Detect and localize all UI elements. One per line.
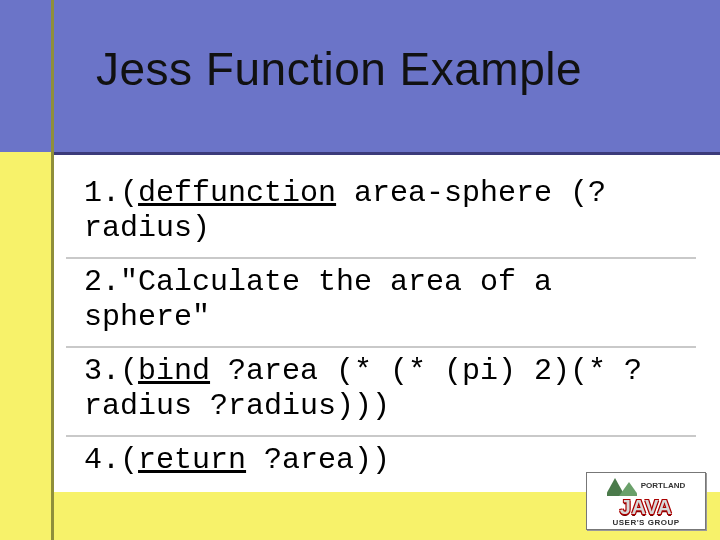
mountain-icon (607, 476, 637, 496)
code-line-1: 1.(deffunction area-sphere (?radius) (66, 170, 696, 259)
keyword-bind: bind (138, 354, 210, 388)
logo-top-row: PORTLAND (607, 476, 685, 496)
logo-java-text: JAVA (620, 498, 672, 516)
paren: ( (120, 354, 138, 388)
code-line-2: 2."Calculate the area of a sphere" (66, 259, 696, 348)
code-line-3: 3.(bind ?area (* (* (pi) 2)(* ?radius ?r… (66, 348, 696, 437)
line-number: 4. (84, 443, 120, 477)
logo-org: PORTLAND (641, 482, 685, 490)
paren: ( (120, 176, 138, 210)
logo-group-text: USER'S GROUP (612, 518, 679, 527)
line-number: 3. (84, 354, 120, 388)
vertical-rule (51, 0, 54, 540)
slide-title: Jess Function Example (96, 42, 696, 96)
portland-java-logo: PORTLAND JAVA USER'S GROUP (586, 472, 706, 530)
code-list: 1.(deffunction area-sphere (?radius) 2."… (66, 170, 696, 490)
line-number: 1. (84, 176, 120, 210)
code-text: 2."Calculate the area of a sphere" (84, 265, 552, 334)
code-text: ?area)) (246, 443, 390, 477)
slide: Jess Function Example 1.(deffunction are… (0, 0, 720, 540)
keyword-return: return (138, 443, 246, 477)
keyword-deffunction: deffunction (138, 176, 336, 210)
paren: ( (120, 443, 138, 477)
